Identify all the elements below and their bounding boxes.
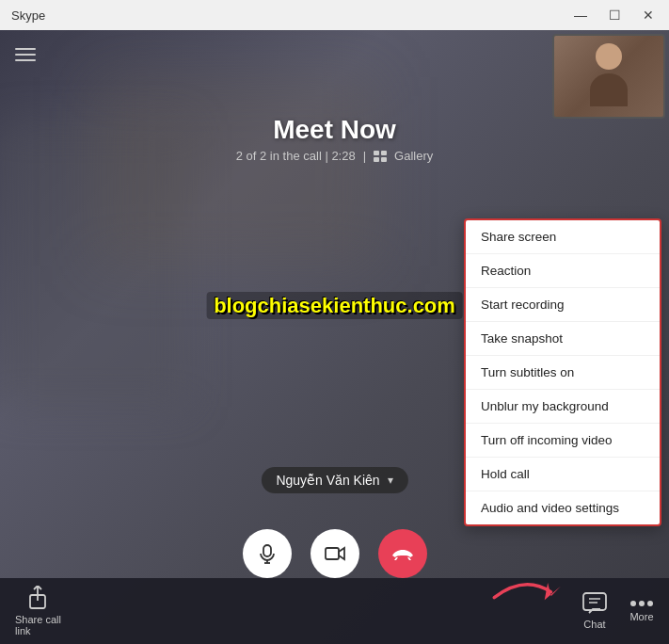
more-label: More bbox=[629, 611, 653, 622]
call-title: Meet Now bbox=[0, 115, 669, 145]
participant-label[interactable]: Nguyễn Văn Kiên ▾ bbox=[261, 467, 407, 493]
hamburger-line-1 bbox=[15, 48, 36, 50]
svg-rect-15 bbox=[583, 593, 606, 610]
separator: | bbox=[363, 149, 366, 163]
chat-label: Chat bbox=[583, 619, 605, 630]
svg-point-20 bbox=[647, 601, 653, 606]
chevron-down-icon: ▾ bbox=[388, 474, 393, 487]
meet-now-area: Meet Now 2 of 2 in the call | 2:28 | Gal… bbox=[0, 115, 669, 163]
title-bar: Skype — ☐ ✕ bbox=[0, 0, 669, 30]
title-bar-controls: — ☐ ✕ bbox=[571, 8, 658, 23]
person-silhouette bbox=[585, 43, 632, 109]
call-info-bar: 2 of 2 in the call | 2:28 | Gallery bbox=[0, 149, 669, 163]
menu-item-reaction[interactable]: Reaction bbox=[466, 254, 660, 288]
share-call-link-button[interactable]: Share calllink bbox=[15, 586, 61, 636]
menu-item-audio-video-settings[interactable]: Audio and video settings bbox=[466, 491, 660, 524]
menu-item-share-screen[interactable]: Share screen bbox=[466, 220, 660, 254]
participant-name: Nguyễn Văn Kiên bbox=[276, 473, 379, 488]
share-call-link-label: Share calllink bbox=[15, 614, 61, 636]
minimize-button[interactable]: — bbox=[571, 8, 590, 23]
menu-item-unblur-background[interactable]: Unblur my background bbox=[466, 390, 660, 424]
call-subtitle: 2 of 2 in the call | 2:28 bbox=[236, 149, 356, 163]
menu-item-take-snapshot[interactable]: Take snapshot bbox=[466, 322, 660, 356]
app-title: Skype bbox=[11, 8, 45, 23]
camera-button[interactable] bbox=[311, 529, 359, 578]
svg-marker-21 bbox=[538, 578, 563, 600]
svg-rect-10 bbox=[263, 545, 271, 556]
thumbnail-video bbox=[552, 34, 665, 119]
maximize-button[interactable]: ☐ bbox=[605, 8, 624, 23]
gallery-icon bbox=[374, 151, 387, 162]
bg-decoration-2 bbox=[94, 77, 376, 266]
svg-rect-9 bbox=[381, 157, 387, 162]
chat-button[interactable]: Chat bbox=[582, 592, 607, 630]
mic-button[interactable] bbox=[243, 529, 292, 578]
camera-icon bbox=[325, 545, 345, 562]
person-head bbox=[596, 43, 622, 70]
hamburger-line-2 bbox=[15, 54, 36, 56]
thumbnail-inner bbox=[554, 36, 663, 117]
end-call-button[interactable] bbox=[378, 529, 427, 578]
menu-item-turn-off-incoming[interactable]: Turn off incoming video bbox=[466, 424, 660, 458]
chat-icon bbox=[582, 592, 607, 615]
menu-item-turn-subtitles-on[interactable]: Turn subtitles on bbox=[466, 356, 660, 390]
menu-item-hold-call[interactable]: Hold call bbox=[466, 458, 660, 491]
svg-rect-7 bbox=[381, 151, 387, 155]
end-call-icon bbox=[391, 546, 414, 561]
gallery-label: Gallery bbox=[394, 149, 433, 163]
watermark: blogchiasekienthuc.com bbox=[206, 294, 463, 318]
video-background: ▾ Meet Now 2 of 2 in the call | 2:2 bbox=[0, 30, 669, 644]
mic-icon bbox=[257, 543, 278, 564]
svg-rect-8 bbox=[374, 157, 379, 162]
svg-point-19 bbox=[639, 601, 645, 606]
hamburger-menu-button[interactable] bbox=[15, 38, 49, 72]
bottom-right-buttons: Chat More bbox=[582, 592, 654, 630]
dropdown-menu: Share screen Reaction Start recording Ta… bbox=[464, 218, 661, 526]
svg-rect-6 bbox=[374, 151, 379, 155]
bottom-bar: Share calllink Chat More bbox=[0, 578, 669, 644]
person-body bbox=[590, 73, 628, 106]
svg-rect-13 bbox=[326, 548, 339, 559]
more-icon bbox=[629, 600, 654, 607]
hamburger-line-3 bbox=[15, 59, 36, 61]
watermark-text: blogchiasekienthuc.com bbox=[206, 292, 463, 319]
menu-item-start-recording[interactable]: Start recording bbox=[466, 288, 660, 322]
more-button[interactable]: More bbox=[629, 600, 654, 622]
title-bar-left: Skype bbox=[11, 8, 45, 23]
close-button[interactable]: ✕ bbox=[639, 8, 658, 23]
svg-point-18 bbox=[630, 601, 636, 606]
share-icon bbox=[27, 586, 48, 610]
call-controls bbox=[0, 529, 669, 578]
